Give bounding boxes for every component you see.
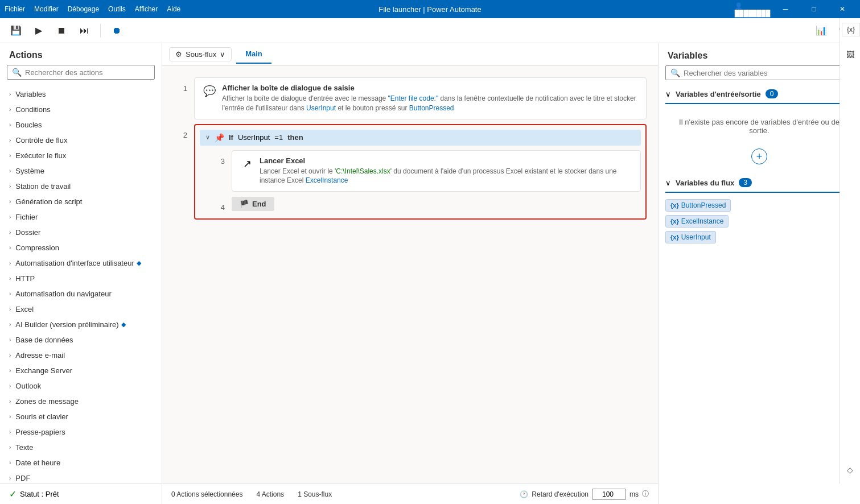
delay-control: 🕐 Retard d'exécution ms ⓘ xyxy=(520,489,649,500)
menu-modifier[interactable]: Modifier xyxy=(34,5,59,13)
step-title-1: Afficher la boîte de dialogue de saisie xyxy=(222,84,638,92)
category-label: Compression xyxy=(15,243,59,252)
delay-input[interactable] xyxy=(592,489,626,500)
category-fichier[interactable]: › Fichier xyxy=(0,209,162,225)
var-chip-icon: {x} xyxy=(670,202,679,209)
category-http[interactable]: › HTTP xyxy=(0,271,162,286)
var-chip-buttonpressed[interactable]: {x} ButtonPressed xyxy=(665,199,731,212)
menu-aide[interactable]: Aide xyxy=(167,5,180,13)
x-button[interactable]: {x} xyxy=(842,23,860,36)
if-block: ∨ 📌 If UserInput =1 then 3 ↗ xyxy=(194,124,647,220)
chevron-icon: › xyxy=(9,321,11,328)
save-button[interactable]: 💾 xyxy=(7,22,25,40)
menu-fichier[interactable]: Fichier xyxy=(5,5,25,13)
category-ui[interactable]: › Automatisation d'interface utilisateur… xyxy=(0,255,162,271)
category-label: Dossier xyxy=(15,228,40,237)
category-label: Presse-papiers xyxy=(15,428,65,436)
subflux-button[interactable]: ⚙ Sous-flux ∨ xyxy=(169,47,232,61)
chevron-icon: › xyxy=(9,168,11,174)
var-section-io-header[interactable]: ∨ Variables d'entrée/sortie 0 xyxy=(665,85,853,104)
maximize-button[interactable]: □ xyxy=(801,0,827,18)
category-date[interactable]: › Date et heure xyxy=(0,455,162,470)
category-label: Exécuter le flux xyxy=(15,151,66,160)
menu-afficher[interactable]: Afficher xyxy=(135,5,158,13)
minimize-button[interactable]: ─ xyxy=(772,0,799,18)
play-button[interactable]: ▶ xyxy=(30,22,48,40)
category-compression[interactable]: › Compression xyxy=(0,240,162,255)
var-chip-excelinstance[interactable]: {x} ExcelInstance xyxy=(665,215,729,228)
var-chip-userinput[interactable]: {x} UserInput xyxy=(665,231,716,243)
category-texte[interactable]: › Texte xyxy=(0,440,162,455)
category-label: PDF xyxy=(15,474,30,482)
category-excel[interactable]: › Excel xyxy=(0,301,162,317)
chevron-icon: › xyxy=(9,444,11,451)
variables-search-box[interactable]: 🔍 xyxy=(665,65,853,80)
diamond-icon: ◆ xyxy=(137,259,141,267)
if-header[interactable]: ∨ 📌 If UserInput =1 then xyxy=(200,130,641,146)
user-account[interactable]: 👤 ████████ xyxy=(739,0,766,18)
next-button[interactable]: ⏭ xyxy=(75,22,93,40)
category-souris[interactable]: › Souris et clavier xyxy=(0,409,162,424)
io-collapse-icon[interactable]: ∨ xyxy=(665,90,671,98)
variables-search-input[interactable] xyxy=(684,69,848,77)
var-section-flow: ∨ Variables du flux 3 ▽ {x} ButtonPresse… xyxy=(665,173,853,245)
category-exchange[interactable]: › Exchange Server xyxy=(0,363,162,378)
title-bar: Fichier Modifier Débogage Outils Affiche… xyxy=(0,0,860,18)
category-label: Contrôle de flux xyxy=(15,136,67,144)
menu-bar[interactable]: Fichier Modifier Débogage Outils Affiche… xyxy=(5,5,180,13)
step-card-3[interactable]: ↗ Lancer Excel Lancer Excel et ouvrir le… xyxy=(232,150,641,192)
category-label: Adresse e-mail xyxy=(15,351,65,360)
category-systeme[interactable]: › Système xyxy=(0,163,162,179)
end-badge: 🏴 End xyxy=(232,197,274,211)
category-browser[interactable]: › Automatisation du navigateur xyxy=(0,286,162,301)
variables-content: ∨ Variables d'entrée/sortie 0 Il n'exist… xyxy=(659,85,860,504)
status-area: ✓ Statut : Prêt xyxy=(0,484,162,504)
window-controls[interactable]: 👤 ████████ ─ □ ✕ xyxy=(739,0,855,18)
category-outlook[interactable]: › Outlook xyxy=(0,378,162,394)
actions-search-input[interactable] xyxy=(25,68,150,77)
category-ai[interactable]: › AI Builder (version préliminaire) ◆ xyxy=(0,317,162,332)
category-label: Exchange Server xyxy=(15,366,72,375)
category-variables[interactable]: › Variables xyxy=(0,86,162,102)
category-zones[interactable]: › Zones de message xyxy=(0,394,162,409)
step-desc-1: Afficher la boîte de dialogue d'entrée a… xyxy=(222,94,638,113)
category-label: Zones de message xyxy=(15,397,79,406)
actions-search-icon: 🔍 xyxy=(12,68,22,77)
io-empty-message: Il n'existe pas encore de variables d'en… xyxy=(665,109,853,144)
tab-main[interactable]: Main xyxy=(236,45,271,64)
record-button[interactable]: ⏺ xyxy=(108,22,126,40)
actions-search-box[interactable]: 🔍 xyxy=(7,65,155,80)
menu-debogage[interactable]: Débogage xyxy=(68,5,99,13)
category-dossier[interactable]: › Dossier xyxy=(0,225,162,240)
var-section-flow-header[interactable]: ∨ Variables du flux 3 ▽ xyxy=(665,173,853,193)
category-script[interactable]: › Génération de script xyxy=(0,194,162,209)
io-add-button[interactable]: + xyxy=(751,148,767,164)
category-conditions[interactable]: › Conditions xyxy=(0,102,162,117)
flow-collapse-icon[interactable]: ∨ xyxy=(665,179,671,187)
close-button[interactable]: ✕ xyxy=(829,0,855,18)
category-boucles[interactable]: › Boucles xyxy=(0,117,162,133)
if-collapse-icon[interactable]: ∨ xyxy=(205,134,210,141)
desc-text-1c: et le bouton pressé sur xyxy=(338,104,409,112)
category-pdf[interactable]: › PDF xyxy=(0,470,162,484)
if-variable: UserInput xyxy=(238,133,270,142)
chevron-icon: › xyxy=(9,214,11,220)
chevron-icon: › xyxy=(9,260,11,266)
side-bottom-button[interactable]: ◇ xyxy=(841,461,859,479)
category-email[interactable]: › Adresse e-mail xyxy=(0,348,162,363)
step-card-1[interactable]: 💬 Afficher la boîte de dialogue de saisi… xyxy=(194,77,647,119)
variables-search-container: 🔍 xyxy=(659,65,860,85)
chevron-icon: › xyxy=(9,275,11,282)
category-executer-flux[interactable]: › Exécuter le flux xyxy=(0,148,162,163)
side-image-button[interactable]: 🖼 xyxy=(841,46,859,64)
chevron-icon: › xyxy=(9,475,11,481)
stats-button[interactable]: 📊 xyxy=(812,22,830,40)
category-controle-flux[interactable]: › Contrôle de flux xyxy=(0,133,162,148)
category-station[interactable]: › Station de travail xyxy=(0,179,162,194)
stop-button[interactable]: ⏹ xyxy=(52,22,71,40)
chevron-icon: › xyxy=(9,414,11,420)
category-clipboard[interactable]: › Presse-papiers xyxy=(0,424,162,440)
category-database[interactable]: › Base de données xyxy=(0,332,162,348)
excel-icon: ↗ xyxy=(240,158,254,170)
menu-outils[interactable]: Outils xyxy=(108,5,126,13)
